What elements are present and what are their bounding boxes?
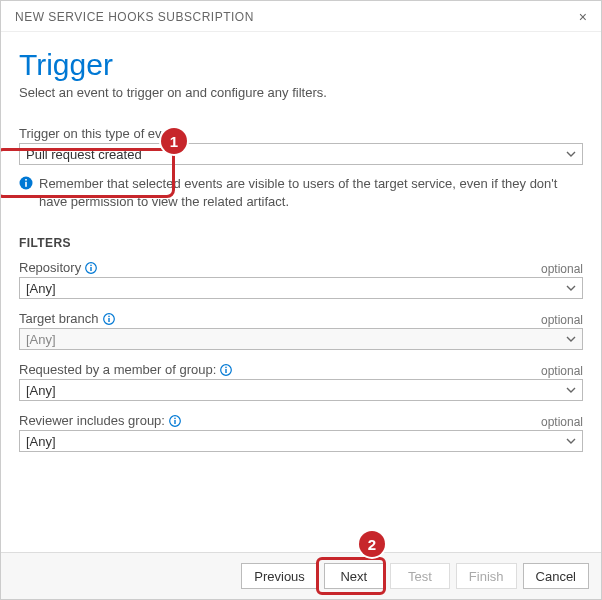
svg-rect-11 bbox=[226, 366, 227, 367]
info-icon[interactable] bbox=[220, 364, 232, 376]
event-type-select[interactable]: Pull request created bbox=[19, 143, 583, 165]
filter-label: Reviewer includes group: bbox=[19, 413, 181, 428]
page-subtitle: Select an event to trigger on and config… bbox=[19, 85, 583, 100]
filter-select[interactable]: [Any] bbox=[19, 277, 583, 299]
event-type-label: Trigger on this type of event bbox=[19, 126, 583, 141]
info-icon[interactable] bbox=[85, 262, 97, 274]
test-button: Test bbox=[390, 563, 450, 589]
event-type-field: Trigger on this type of event Pull reque… bbox=[19, 126, 583, 165]
footer: Previous Next Test Finish Cancel 2 bbox=[1, 552, 601, 599]
close-icon[interactable]: × bbox=[579, 9, 587, 25]
filter-select[interactable]: [Any] bbox=[19, 430, 583, 452]
chevron-down-icon bbox=[566, 151, 576, 157]
filter-block: Repositoryoptional[Any] bbox=[19, 260, 583, 299]
filter-label-row: Repositoryoptional bbox=[19, 260, 583, 277]
filter-block: Reviewer includes group:optional[Any] bbox=[19, 413, 583, 452]
optional-badge: optional bbox=[541, 313, 583, 327]
filter-label-row: Target branchoptional bbox=[19, 311, 583, 328]
svg-rect-5 bbox=[90, 264, 91, 265]
dialog: NEW SERVICE HOOKS SUBSCRIPTION × Trigger… bbox=[0, 0, 602, 600]
info-icon[interactable] bbox=[169, 415, 181, 427]
filter-value: [Any] bbox=[26, 332, 56, 347]
filter-label-row: Requested by a member of group:optional bbox=[19, 362, 583, 379]
finish-button: Finish bbox=[456, 563, 517, 589]
info-row: Remember that selected events are visibl… bbox=[19, 175, 583, 220]
info-icon bbox=[19, 176, 33, 190]
svg-rect-13 bbox=[174, 420, 175, 424]
previous-button[interactable]: Previous bbox=[241, 563, 318, 589]
filter-select[interactable]: [Any] bbox=[19, 379, 583, 401]
page-title: Trigger bbox=[19, 48, 583, 81]
titlebar: NEW SERVICE HOOKS SUBSCRIPTION × bbox=[1, 1, 601, 32]
svg-rect-2 bbox=[25, 179, 27, 181]
cancel-button[interactable]: Cancel bbox=[523, 563, 589, 589]
optional-badge: optional bbox=[541, 364, 583, 378]
filter-value: [Any] bbox=[26, 383, 56, 398]
chevron-down-icon bbox=[566, 336, 576, 342]
filter-value: [Any] bbox=[26, 434, 56, 449]
event-type-value: Pull request created bbox=[26, 147, 142, 162]
content: Trigger Select an event to trigger on an… bbox=[1, 32, 601, 552]
chevron-down-icon bbox=[566, 387, 576, 393]
svg-rect-8 bbox=[108, 315, 109, 316]
filter-select: [Any] bbox=[19, 328, 583, 350]
dialog-title: NEW SERVICE HOOKS SUBSCRIPTION bbox=[15, 10, 254, 24]
svg-rect-4 bbox=[90, 267, 91, 271]
filter-label: Repository bbox=[19, 260, 97, 275]
info-text: Remember that selected events are visibl… bbox=[39, 175, 583, 210]
filter-block: Requested by a member of group:optional[… bbox=[19, 362, 583, 401]
filter-value: [Any] bbox=[26, 281, 56, 296]
filters-heading: FILTERS bbox=[19, 236, 583, 250]
svg-rect-1 bbox=[25, 182, 27, 187]
svg-rect-7 bbox=[108, 318, 109, 322]
info-icon[interactable] bbox=[103, 313, 115, 325]
svg-rect-14 bbox=[174, 417, 175, 418]
filter-block: Target branchoptional[Any] bbox=[19, 311, 583, 350]
filters-container: Repositoryoptional[Any]Target branchopti… bbox=[19, 260, 583, 452]
chevron-down-icon bbox=[566, 438, 576, 444]
filter-label-row: Reviewer includes group:optional bbox=[19, 413, 583, 430]
optional-badge: optional bbox=[541, 415, 583, 429]
next-button[interactable]: Next bbox=[324, 563, 384, 589]
chevron-down-icon bbox=[566, 285, 576, 291]
filter-label: Target branch bbox=[19, 311, 115, 326]
optional-badge: optional bbox=[541, 262, 583, 276]
svg-rect-10 bbox=[226, 369, 227, 373]
filter-label: Requested by a member of group: bbox=[19, 362, 232, 377]
